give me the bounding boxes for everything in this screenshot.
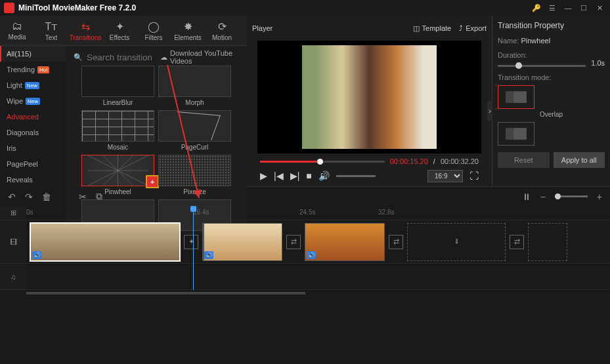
zoom-in-button[interactable]: + [597,192,602,202]
transition-pixelize[interactable]: Pixelize [158,155,231,195]
category-reveals[interactable]: Reveals [0,172,66,188]
undo-button[interactable]: ↶ [8,192,16,202]
speed-icon[interactable]: ⏸ [522,192,531,202]
transition-morph[interactable]: Morph [158,66,231,106]
mode-overlap[interactable] [498,85,534,109]
clip-audio-icon: 🔊 [307,251,316,259]
app-title: MiniTool MovieMaker Free 7.2.0 [18,3,527,12]
time-separator: / [433,157,435,165]
close-icon[interactable]: ✕ [593,1,606,14]
maximize-icon[interactable]: ☐ [577,1,590,14]
stop-button[interactable]: ■ [306,171,311,181]
next-button[interactable]: ▶| [290,171,300,181]
svg-line-9 [118,155,133,171]
video-content [302,45,437,149]
transition-slot-1[interactable]: ✦ [184,235,198,249]
category-trending[interactable]: TrendingHot [0,62,66,77]
tab-media[interactable]: 🗂Media [0,16,34,46]
redo-button[interactable]: ↷ [25,192,33,202]
delete-button[interactable]: 🗑 [42,192,51,202]
category-advanced[interactable]: Advanced [0,109,66,125]
time-total: 00:00:32.20 [441,157,479,165]
template-icon: ◫ [413,24,420,33]
upgrade-key-icon[interactable]: 🔑 [530,1,543,14]
prev-button[interactable]: |◀ [274,171,284,181]
tab-motion[interactable]: ⟳Motion [205,16,239,46]
zoom-slider[interactable] [555,195,588,197]
audio-track[interactable] [26,264,610,290]
search-input[interactable] [87,52,152,62]
volume-icon[interactable]: 🔊 [318,171,330,181]
category-pagepeel[interactable]: PagePeel [0,156,66,172]
play-button[interactable]: ▶ [260,171,267,181]
zoom-out-button[interactable]: − [540,192,546,202]
duration-slider[interactable] [498,65,586,67]
search-icon[interactable]: 🔍 [74,53,83,62]
tab-effects[interactable]: ✦Effects [102,16,137,46]
svg-line-5 [88,171,118,186]
svg-line-11 [118,171,133,186]
svg-line-10 [103,171,118,186]
video-preview[interactable] [257,41,481,153]
category-all[interactable]: All(115) [0,46,66,62]
category-diagonals[interactable]: Diagonals [0,125,66,140]
aspect-select[interactable]: 16:9 [427,170,463,182]
volume-slider[interactable] [336,175,376,177]
clip-audio-icon: 🔊 [204,251,213,259]
add-track-button[interactable]: ⊞ [0,206,26,220]
svg-line-2 [118,155,148,171]
download-youtube-link[interactable]: ☁Download YouTube Videos [160,49,239,65]
fullscreen-button[interactable]: ⛶ [469,171,479,181]
clip-3[interactable]: 🔊 [305,223,385,261]
export-button[interactable]: ⤴Export [459,24,487,32]
mode-other[interactable] [498,122,534,146]
pinwheel-icon [82,155,154,186]
playhead[interactable] [193,206,194,290]
transition-slot-2[interactable]: ⇄ [286,235,301,249]
tab-filters[interactable]: ◯Filters [137,16,171,46]
audio-track-icon: ♫ [0,264,26,290]
add-transition-button[interactable]: + [146,175,159,188]
tab-transitions[interactable]: ⇆Transitions [68,16,102,46]
clip-1[interactable]: 🔊 [30,223,180,261]
tab-text[interactable]: TᴛText [34,16,68,46]
timeline-ruler[interactable]: 0s 16.4s 24.5s 32.8s [26,206,610,220]
hot-badge: Hot [37,66,49,73]
progress-slider[interactable] [260,161,385,163]
cloud-download-icon: ☁ [160,53,167,62]
ruler-mark: 32.8s [378,209,394,216]
video-track-icon: 🎞 [0,220,26,264]
timeline-scrollbar[interactable] [0,290,610,296]
drop-clip-slot[interactable] [528,223,567,261]
transition-linearblur[interactable]: LinearBlur [81,66,154,106]
menu-icon[interactable]: ☰ [546,1,559,14]
export-icon: ⤴ [459,24,463,32]
minimize-icon[interactable]: — [561,1,575,14]
prop-mode-label: Transition mode: [498,73,605,81]
svg-line-0 [88,155,118,171]
category-iris[interactable]: Iris [0,140,66,156]
prop-duration-value: 1.0s [591,59,605,67]
ruler-mark: 24.5s [299,209,315,216]
ruler-mark: 0s [26,209,33,216]
template-button[interactable]: ◫Template [413,24,452,33]
reset-button[interactable]: Reset [498,152,550,168]
clip-2[interactable]: 🔊 [202,223,282,261]
drop-clip-slot[interactable]: ⬇ [407,223,506,261]
clip-audio-icon: 🔊 [32,251,41,259]
category-wipe[interactable]: WipeNew [0,93,66,109]
transition-slot-4[interactable]: ⇄ [510,235,524,249]
collapse-properties-button[interactable]: › [487,101,492,121]
category-light[interactable]: LightNew [0,77,66,93]
transition-slot-3[interactable]: ⇄ [389,235,403,249]
apply-all-button[interactable]: Apply to all [554,152,605,168]
transition-pinwheel[interactable]: + Pinwheel [81,155,154,195]
transition-pagecurl[interactable]: PageCurl [158,110,231,151]
tab-elements[interactable]: ✸Elements [171,16,205,46]
text-icon: Tᴛ [45,20,58,33]
video-track[interactable]: 🔊 ✦ 🔊 ⇄ 🔊 ⇄ ⬇ ⇄ [26,220,610,264]
new-badge: New [26,98,40,105]
transition-mosaic[interactable]: Mosaic [81,110,154,151]
svg-line-7 [118,171,148,186]
folder-icon: 🗂 [12,20,22,32]
